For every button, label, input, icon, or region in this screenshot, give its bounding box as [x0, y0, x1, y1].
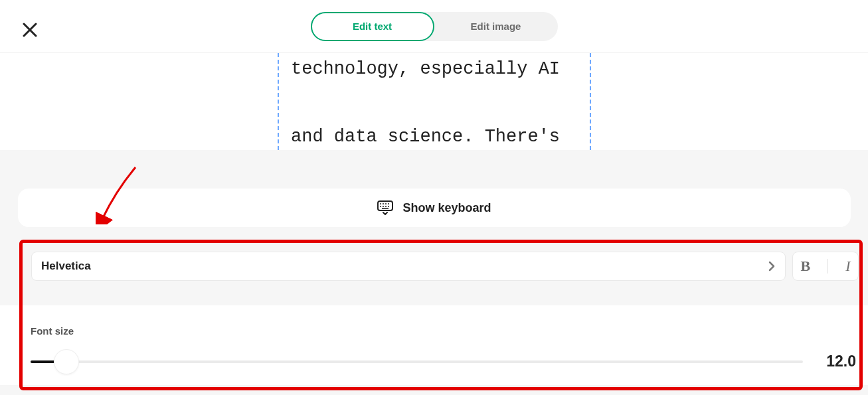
editable-text-block[interactable]: technology, especially AI and data scien… [278, 53, 591, 150]
svg-rect-11 [382, 208, 389, 210]
svg-point-6 [388, 203, 389, 204]
close-button[interactable] [23, 23, 37, 40]
format-panel: Show keyboard Helvetica B I Font size 12… [0, 150, 868, 395]
edit-mode-tabs: Edit text Edit image [311, 12, 558, 41]
text-editor-area: technology, especially AI and data scien… [0, 53, 868, 150]
text-line: technology, especially AI [291, 57, 578, 81]
slider-thumb[interactable] [54, 349, 79, 374]
svg-point-9 [385, 206, 387, 207]
font-size-slider[interactable] [31, 360, 803, 363]
chevron-right-icon [768, 260, 776, 272]
keyboard-icon [377, 200, 393, 215]
font-size-slider-row: 12.0 [31, 353, 856, 370]
svg-point-4 [383, 203, 384, 204]
text-line: and data science. There's [291, 125, 578, 149]
header-bar: Edit text Edit image [0, 0, 868, 53]
divider [827, 259, 828, 274]
font-size-section: Font size 12.0 [0, 305, 868, 385]
svg-point-10 [388, 206, 389, 207]
font-size-value: 12.0 [823, 353, 856, 370]
italic-button[interactable]: I [843, 258, 853, 275]
font-family-value: Helvetica [41, 260, 768, 273]
close-icon [23, 23, 37, 37]
svg-point-8 [383, 206, 384, 207]
tab-edit-text[interactable]: Edit text [311, 12, 434, 41]
font-family-selector[interactable]: Helvetica [31, 252, 786, 281]
svg-point-5 [385, 203, 387, 204]
svg-point-3 [380, 203, 381, 204]
show-keyboard-button[interactable]: Show keyboard [18, 189, 851, 227]
font-size-label: Font size [31, 325, 856, 337]
svg-point-7 [380, 206, 381, 207]
bold-button[interactable]: B [798, 258, 813, 275]
tab-edit-image[interactable]: Edit image [434, 12, 558, 41]
show-keyboard-label: Show keyboard [402, 201, 491, 215]
text-style-group: B I [792, 252, 859, 281]
